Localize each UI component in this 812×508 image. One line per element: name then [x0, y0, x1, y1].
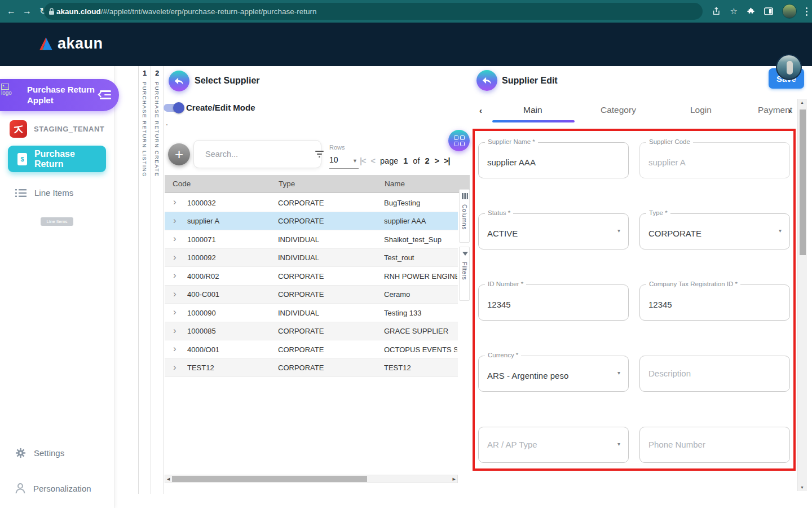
- filters-label: Filters: [461, 262, 468, 280]
- search-box: [193, 140, 321, 168]
- grid-view-button[interactable]: [448, 130, 470, 151]
- add-supplier-button[interactable]: +: [168, 143, 190, 165]
- tenant-row[interactable]: STAGING_TENANT: [10, 120, 104, 138]
- field-phone-number[interactable]: Phone Number: [639, 427, 790, 463]
- sidebar-item-line-items[interactable]: Line Items: [15, 188, 73, 198]
- tab-purchase-return-listing[interactable]: 1 PURCHASE RETURN LISTING: [138, 66, 151, 494]
- vertical-scrollbar[interactable]: ▲ ▼: [797, 99, 807, 491]
- column-header-name[interactable]: Name: [385, 179, 405, 188]
- filter-list-icon[interactable]: [315, 151, 324, 157]
- rows-per-page-select[interactable]: 10 ▼: [329, 155, 359, 169]
- table-row[interactable]: › 1000090 INDIVIDUAL Testing 133: [165, 304, 458, 322]
- dropdown-caret-icon: ▾: [617, 441, 620, 447]
- line-items-tooltip: Line Items: [41, 217, 73, 226]
- user-avatar[interactable]: [776, 54, 802, 80]
- first-page-button[interactable]: |<: [360, 156, 366, 165]
- row-expand-chevron-icon[interactable]: ›: [173, 306, 176, 318]
- field-status-select[interactable]: Status * ACTIVE ▾: [478, 213, 629, 249]
- next-page-button[interactable]: >: [435, 156, 439, 165]
- columns-side-tab[interactable]: Columns: [459, 189, 470, 243]
- tab-category[interactable]: Category: [601, 105, 636, 115]
- search-input[interactable]: [205, 150, 311, 159]
- browser-profile-avatar[interactable]: [782, 4, 797, 19]
- url-host: akaun.cloud: [56, 7, 101, 16]
- row-expand-chevron-icon[interactable]: ›: [173, 196, 176, 208]
- row-expand-chevron-icon[interactable]: ›: [173, 343, 176, 354]
- tabs-scroll-left-icon[interactable]: ‹: [479, 106, 482, 115]
- field-type-select[interactable]: Type * CORPORATE ▾: [639, 213, 790, 249]
- sidebar-collapse-icon[interactable]: [99, 90, 111, 99]
- last-page-button[interactable]: >|: [444, 156, 450, 165]
- table-row[interactable]: › 1000085 CORPORATE GRACE SUPPLIER: [165, 322, 458, 341]
- tab-login[interactable]: Login: [690, 105, 712, 115]
- horizontal-scrollbar[interactable]: ◀ ▶: [165, 475, 458, 483]
- row-expand-chevron-icon[interactable]: ›: [173, 362, 176, 373]
- table-row[interactable]: › 1000032 CORPORATE BugTesting: [165, 194, 458, 212]
- scroll-right-arrow-icon[interactable]: ▶: [453, 477, 456, 481]
- field-id-number[interactable]: ID Number * 12345: [478, 284, 629, 321]
- share-icon[interactable]: [712, 7, 721, 16]
- field-supplier-name[interactable]: Supplier Name * supplier AAA: [478, 142, 629, 178]
- field-company-tax-registration-id[interactable]: Company Tax Registration ID * 12345: [639, 284, 790, 321]
- column-header-type[interactable]: Type: [279, 179, 295, 188]
- table-row-selected[interactable]: › supplier A CORPORATE supplier AAA: [165, 212, 458, 231]
- tab-main[interactable]: Main: [523, 105, 542, 115]
- tab-number: 1: [139, 69, 151, 77]
- of-word: of: [413, 156, 420, 165]
- supplier-edit-title: Supplier Edit: [502, 76, 558, 86]
- field-label: Type *: [646, 209, 670, 216]
- select-supplier-back-button[interactable]: [169, 71, 189, 91]
- sidebar-item-purchase-return[interactable]: $ Purchase Return: [8, 146, 106, 172]
- scroll-down-arrow-icon[interactable]: ▼: [800, 485, 804, 489]
- scroll-left-arrow-icon[interactable]: ◀: [167, 477, 170, 481]
- address-bar[interactable]: akaun.cloud/#/applet/tnt/wavelet/erp/pur…: [44, 3, 703, 20]
- table-row[interactable]: › 1000071 INDIVIDUAL Shaikot_test_Sup: [165, 230, 458, 249]
- field-description[interactable]: Description: [639, 356, 790, 392]
- tab-purchase-return-create[interactable]: 2 PURCHASE RETURN CREATE: [151, 66, 163, 494]
- table-row[interactable]: › 1000092 INDIVIDUAL Test_rout: [165, 249, 458, 268]
- row-expand-chevron-icon[interactable]: ›: [173, 288, 176, 300]
- prev-page-button[interactable]: <: [371, 156, 375, 165]
- supplier-edit-back-button[interactable]: [476, 70, 497, 91]
- sidebar-item-personalization[interactable]: Personalization: [15, 483, 91, 494]
- tabs-scroll-right-icon[interactable]: ›: [788, 106, 791, 115]
- browser-forward-icon[interactable]: →: [23, 5, 32, 17]
- vertical-scrollbar-thumb[interactable]: [800, 110, 806, 255]
- extensions-puzzle-icon[interactable]: [747, 7, 755, 16]
- browser-back-icon[interactable]: ←: [7, 5, 16, 17]
- horizontal-scrollbar-thumb[interactable]: [172, 476, 367, 482]
- column-header-code[interactable]: Code: [173, 179, 191, 188]
- field-label: Company Tax Registration ID *: [646, 281, 740, 287]
- field-ar-ap-type-select[interactable]: AR / AP Type ▾: [478, 427, 629, 463]
- receipt-dollar-icon: $: [17, 153, 27, 165]
- row-expand-chevron-icon[interactable]: ›: [173, 325, 176, 336]
- divider: [164, 66, 164, 494]
- table-row[interactable]: › 4000/R02 CORPORATE RNH POWER ENGINEERI…: [165, 267, 458, 286]
- applet-banner[interactable]: logo Purchase Return Applet: [0, 79, 119, 111]
- table-row[interactable]: › 4000/O01 CORPORATE OCTOPUS EVENTS SOLU…: [165, 340, 458, 359]
- sidebar-item-settings[interactable]: Settings: [15, 448, 64, 458]
- scroll-up-arrow-icon[interactable]: ▲: [800, 100, 804, 104]
- field-label: ID Number *: [485, 281, 526, 287]
- dropdown-caret-icon: ▾: [617, 370, 620, 376]
- row-expand-chevron-icon[interactable]: ›: [173, 215, 176, 226]
- supplier-edit-tabbar: ‹ Main Category Login Payment ›: [473, 99, 796, 123]
- row-expand-chevron-icon[interactable]: ›: [173, 233, 176, 244]
- row-expand-chevron-icon[interactable]: ›: [173, 270, 176, 281]
- gear-icon: [15, 448, 26, 458]
- field-currency-select[interactable]: Currency * ARS - Argentine peso ▾: [478, 356, 629, 392]
- browser-menu-icon[interactable]: [806, 7, 807, 16]
- table-row[interactable]: › 400-C001 CORPORATE Ceramo: [165, 286, 458, 304]
- table-row[interactable]: › TEST12 CORPORATE TEST12: [165, 359, 458, 378]
- module-label: Purchase Return: [34, 149, 106, 169]
- row-expand-chevron-icon[interactable]: ›: [173, 252, 176, 263]
- filters-side-tab[interactable]: Filters: [459, 247, 470, 301]
- akaun-logo-icon: [38, 37, 54, 51]
- create-edit-mode-toggle[interactable]: [164, 104, 182, 112]
- bookmark-star-icon[interactable]: ☆: [730, 6, 738, 16]
- tab-payment[interactable]: Payment: [758, 105, 792, 115]
- personalization-label: Personalization: [33, 484, 91, 493]
- side-panel-icon[interactable]: [764, 7, 773, 15]
- columns-icon: [462, 193, 468, 199]
- url-text: akaun.cloud/#/applet/tnt/wavelet/erp/pur…: [56, 7, 316, 16]
